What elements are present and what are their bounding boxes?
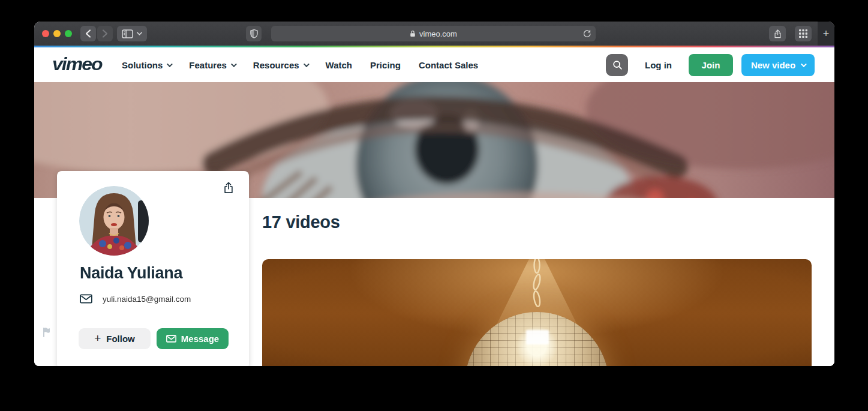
site-header: vimeo Solutions Features Resources Watch… bbox=[34, 47, 834, 82]
nav-item-solutions[interactable]: Solutions bbox=[122, 60, 171, 70]
nav-item-pricing[interactable]: Pricing bbox=[370, 60, 401, 70]
new-tab-button[interactable]: + bbox=[818, 22, 834, 46]
address-bar[interactable]: vimeo.com bbox=[271, 26, 596, 41]
chevron-down-icon bbox=[304, 61, 310, 67]
new-video-button[interactable]: New video bbox=[741, 54, 815, 76]
videos-count-heading: 17 videos bbox=[262, 212, 340, 232]
report-flag-button[interactable] bbox=[41, 326, 52, 337]
window-controls bbox=[42, 30, 72, 37]
profile-email-row: yuli.naida15@gmail.com bbox=[80, 294, 191, 304]
share-icon bbox=[223, 181, 235, 194]
forward-button[interactable] bbox=[97, 26, 113, 41]
message-button[interactable]: Message bbox=[157, 328, 229, 349]
profile-card: Naida Yuliana yuli.naida15@gmail.com + F… bbox=[57, 171, 249, 366]
video-thumbnail[interactable] bbox=[262, 259, 812, 366]
avatar bbox=[79, 186, 149, 256]
close-window-button[interactable] bbox=[42, 30, 49, 37]
share-profile-button[interactable] bbox=[223, 181, 235, 197]
nav-item-resources[interactable]: Resources bbox=[253, 60, 308, 70]
disco-ball-highlight bbox=[526, 330, 549, 344]
header-actions: Log in Join New video bbox=[606, 47, 815, 82]
chevron-down-icon bbox=[801, 61, 807, 67]
url-text: vimeo.com bbox=[419, 29, 457, 38]
envelope-icon bbox=[166, 335, 176, 343]
share-icon bbox=[773, 29, 782, 39]
privacy-report-button[interactable] bbox=[246, 26, 262, 41]
chevron-down-icon bbox=[231, 61, 237, 67]
flag-icon bbox=[41, 326, 52, 337]
sidebar-toggle-button[interactable] bbox=[117, 26, 147, 41]
main-nav: Solutions Features Resources Watch Prici… bbox=[122, 47, 478, 82]
minimize-window-button[interactable] bbox=[53, 30, 61, 37]
nav-item-watch[interactable]: Watch bbox=[326, 60, 352, 70]
browser-toolbar: vimeo.com + bbox=[34, 22, 834, 46]
search-icon bbox=[612, 59, 623, 70]
envelope-icon bbox=[80, 294, 92, 304]
chevron-down-icon bbox=[167, 61, 173, 67]
chevron-down-icon bbox=[137, 32, 142, 35]
plus-icon: + bbox=[94, 332, 101, 344]
search-button[interactable] bbox=[606, 54, 628, 76]
tab-overview-icon bbox=[799, 29, 807, 38]
vimeo-page: vimeo Solutions Features Resources Watch… bbox=[34, 46, 834, 366]
nav-item-contact-sales[interactable]: Contact Sales bbox=[419, 60, 478, 70]
new-tab-icon: + bbox=[823, 28, 830, 40]
sidebar-icon bbox=[122, 29, 133, 38]
share-button[interactable] bbox=[769, 26, 786, 41]
desktop-background: vimeo.com + vimeo Solutions bbox=[0, 0, 868, 411]
profile-email: yuli.naida15@gmail.com bbox=[103, 295, 191, 304]
back-icon bbox=[85, 29, 92, 38]
login-link[interactable]: Log in bbox=[645, 60, 672, 70]
browser-window: vimeo.com + vimeo Solutions bbox=[34, 22, 834, 366]
lock-icon bbox=[410, 30, 416, 37]
privacy-shield-icon bbox=[250, 29, 259, 39]
disco-ball-chain bbox=[533, 259, 541, 312]
avatar-portrait bbox=[79, 186, 149, 256]
follow-button[interactable]: + Follow bbox=[79, 328, 151, 349]
join-button[interactable]: Join bbox=[689, 54, 733, 76]
profile-actions: + Follow Message bbox=[79, 328, 229, 349]
back-button[interactable] bbox=[80, 26, 96, 41]
reload-button[interactable] bbox=[582, 29, 591, 40]
vimeo-logo[interactable]: vimeo bbox=[52, 54, 101, 75]
zoom-window-button[interactable] bbox=[65, 30, 72, 37]
nav-item-features[interactable]: Features bbox=[189, 60, 235, 70]
reload-icon bbox=[582, 29, 591, 38]
forward-icon bbox=[101, 29, 109, 38]
tab-overview-button[interactable] bbox=[795, 26, 812, 41]
profile-name: Naida Yuliana bbox=[80, 264, 182, 283]
